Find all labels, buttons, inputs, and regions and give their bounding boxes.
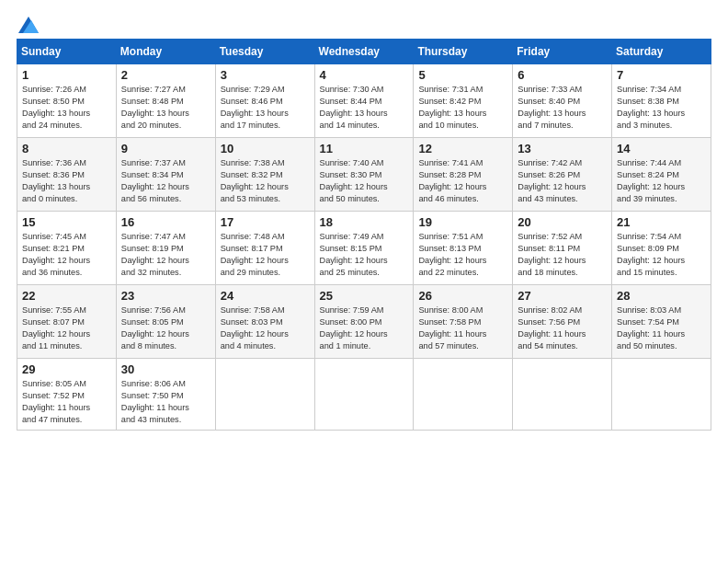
header-friday: Friday: [513, 40, 612, 64]
day-number: 26: [418, 289, 507, 303]
day-info: Sunrise: 7:55 AM Sunset: 8:07 PM Dayligh…: [22, 305, 90, 350]
day-number: 24: [221, 289, 310, 303]
header-thursday: Thursday: [414, 40, 513, 64]
day-info: Sunrise: 7:42 AM Sunset: 8:26 PM Dayligh…: [518, 158, 586, 203]
calendar-cell: 15Sunrise: 7:45 AM Sunset: 8:21 PM Dayli…: [17, 212, 117, 285]
day-info: Sunrise: 7:41 AM Sunset: 8:28 PM Dayligh…: [418, 158, 486, 203]
header-wednesday: Wednesday: [314, 40, 414, 64]
calendar-cell: 22Sunrise: 7:55 AM Sunset: 8:07 PM Dayli…: [17, 285, 117, 359]
calendar-cell: 1Sunrise: 7:26 AM Sunset: 8:50 PM Daylig…: [17, 64, 117, 138]
day-number: 8: [22, 142, 111, 155]
day-number: 6: [518, 68, 607, 82]
calendar-cell: 29Sunrise: 8:05 AM Sunset: 7:52 PM Dayli…: [17, 359, 117, 431]
day-info: Sunrise: 7:37 AM Sunset: 8:34 PM Dayligh…: [121, 158, 189, 203]
calendar-cell: 16Sunrise: 7:47 AM Sunset: 8:19 PM Dayli…: [116, 212, 215, 285]
day-number: 14: [617, 142, 706, 155]
day-number: 11: [320, 142, 409, 155]
calendar-cell: 26Sunrise: 8:00 AM Sunset: 7:58 PM Dayli…: [414, 285, 513, 359]
calendar-cell: [513, 359, 612, 431]
day-number: 21: [617, 215, 706, 229]
day-info: Sunrise: 7:33 AM Sunset: 8:40 PM Dayligh…: [518, 85, 586, 130]
calendar-cell: 27Sunrise: 8:02 AM Sunset: 7:56 PM Dayli…: [513, 285, 612, 359]
calendar-cell: 30Sunrise: 8:06 AM Sunset: 7:50 PM Dayli…: [116, 359, 215, 431]
header-sunday: Sunday: [17, 40, 117, 64]
day-info: Sunrise: 8:00 AM Sunset: 7:58 PM Dayligh…: [418, 305, 486, 350]
day-number: 12: [418, 142, 507, 155]
calendar-table: Sunday Monday Tuesday Wednesday Thursday…: [17, 39, 711, 431]
logo: [17, 17, 39, 29]
day-number: 15: [22, 215, 111, 229]
logo-icon: [18, 17, 39, 33]
day-info: Sunrise: 7:29 AM Sunset: 8:46 PM Dayligh…: [221, 85, 289, 130]
calendar-cell: 8Sunrise: 7:36 AM Sunset: 8:36 PM Daylig…: [17, 138, 117, 212]
calendar-cell: 19Sunrise: 7:51 AM Sunset: 8:13 PM Dayli…: [414, 212, 513, 285]
calendar-cell: 25Sunrise: 7:59 AM Sunset: 8:00 PM Dayli…: [314, 285, 414, 359]
calendar-cell: 5Sunrise: 7:31 AM Sunset: 8:42 PM Daylig…: [414, 64, 513, 138]
day-info: Sunrise: 7:38 AM Sunset: 8:32 PM Dayligh…: [221, 158, 289, 203]
calendar-cell: [314, 359, 414, 431]
calendar-cell: [612, 359, 711, 431]
day-number: 4: [320, 68, 409, 82]
day-number: 1: [22, 68, 111, 82]
calendar-cell: 2Sunrise: 7:27 AM Sunset: 8:48 PM Daylig…: [116, 64, 215, 138]
day-number: 2: [121, 68, 210, 82]
calendar-cell: 11Sunrise: 7:40 AM Sunset: 8:30 PM Dayli…: [314, 138, 414, 212]
day-number: 17: [221, 215, 310, 229]
day-number: 10: [221, 142, 310, 155]
day-info: Sunrise: 7:56 AM Sunset: 8:05 PM Dayligh…: [121, 305, 189, 350]
calendar-cell: 7Sunrise: 7:34 AM Sunset: 8:38 PM Daylig…: [612, 64, 711, 138]
day-info: Sunrise: 7:52 AM Sunset: 8:11 PM Dayligh…: [518, 232, 586, 277]
day-info: Sunrise: 7:26 AM Sunset: 8:50 PM Dayligh…: [22, 85, 90, 130]
day-number: 13: [518, 142, 607, 155]
day-info: Sunrise: 7:59 AM Sunset: 8:00 PM Dayligh…: [320, 305, 388, 350]
calendar-cell: 17Sunrise: 7:48 AM Sunset: 8:17 PM Dayli…: [215, 212, 314, 285]
calendar-cell: 23Sunrise: 7:56 AM Sunset: 8:05 PM Dayli…: [116, 285, 215, 359]
calendar-cell: 24Sunrise: 7:58 AM Sunset: 8:03 PM Dayli…: [215, 285, 314, 359]
day-number: 7: [617, 68, 706, 82]
calendar-cell: 12Sunrise: 7:41 AM Sunset: 8:28 PM Dayli…: [414, 138, 513, 212]
day-number: 19: [418, 215, 507, 229]
day-number: 9: [121, 142, 210, 155]
day-number: 3: [221, 68, 310, 82]
day-info: Sunrise: 7:30 AM Sunset: 8:44 PM Dayligh…: [320, 85, 388, 130]
day-number: 27: [518, 289, 607, 303]
day-info: Sunrise: 7:51 AM Sunset: 8:13 PM Dayligh…: [418, 232, 486, 277]
calendar-cell: 13Sunrise: 7:42 AM Sunset: 8:26 PM Dayli…: [513, 138, 612, 212]
calendar-header-row: Sunday Monday Tuesday Wednesday Thursday…: [17, 40, 711, 64]
day-info: Sunrise: 7:47 AM Sunset: 8:19 PM Dayligh…: [121, 232, 189, 277]
calendar-cell: 18Sunrise: 7:49 AM Sunset: 8:15 PM Dayli…: [314, 212, 414, 285]
day-info: Sunrise: 7:44 AM Sunset: 8:24 PM Dayligh…: [617, 158, 685, 203]
calendar-cell: 10Sunrise: 7:38 AM Sunset: 8:32 PM Dayli…: [215, 138, 314, 212]
header-saturday: Saturday: [612, 40, 711, 64]
day-number: 18: [320, 215, 409, 229]
day-info: Sunrise: 7:54 AM Sunset: 8:09 PM Dayligh…: [617, 232, 685, 277]
header-monday: Monday: [116, 40, 215, 64]
day-info: Sunrise: 7:36 AM Sunset: 8:36 PM Dayligh…: [22, 158, 90, 203]
day-number: 25: [320, 289, 409, 303]
day-info: Sunrise: 7:49 AM Sunset: 8:15 PM Dayligh…: [320, 232, 388, 277]
day-info: Sunrise: 7:40 AM Sunset: 8:30 PM Dayligh…: [320, 158, 388, 203]
day-number: 5: [418, 68, 507, 82]
calendar-cell: [215, 359, 314, 431]
day-info: Sunrise: 7:27 AM Sunset: 8:48 PM Dayligh…: [121, 85, 189, 130]
calendar-cell: 3Sunrise: 7:29 AM Sunset: 8:46 PM Daylig…: [215, 64, 314, 138]
calendar-cell: 21Sunrise: 7:54 AM Sunset: 8:09 PM Dayli…: [612, 212, 711, 285]
calendar-cell: 20Sunrise: 7:52 AM Sunset: 8:11 PM Dayli…: [513, 212, 612, 285]
day-number: 28: [617, 289, 706, 303]
calendar-cell: [414, 359, 513, 431]
day-info: Sunrise: 8:02 AM Sunset: 7:56 PM Dayligh…: [518, 305, 586, 350]
calendar-cell: 9Sunrise: 7:37 AM Sunset: 8:34 PM Daylig…: [116, 138, 215, 212]
calendar-cell: 14Sunrise: 7:44 AM Sunset: 8:24 PM Dayli…: [612, 138, 711, 212]
day-info: Sunrise: 8:05 AM Sunset: 7:52 PM Dayligh…: [22, 379, 90, 424]
day-info: Sunrise: 8:03 AM Sunset: 7:54 PM Dayligh…: [617, 305, 685, 350]
day-number: 23: [121, 289, 210, 303]
header-tuesday: Tuesday: [215, 40, 314, 64]
calendar-cell: 6Sunrise: 7:33 AM Sunset: 8:40 PM Daylig…: [513, 64, 612, 138]
day-info: Sunrise: 7:58 AM Sunset: 8:03 PM Dayligh…: [221, 305, 289, 350]
day-number: 22: [22, 289, 111, 303]
day-number: 30: [121, 362, 210, 376]
day-number: 16: [121, 215, 210, 229]
day-info: Sunrise: 7:34 AM Sunset: 8:38 PM Dayligh…: [617, 85, 685, 130]
day-info: Sunrise: 8:06 AM Sunset: 7:50 PM Dayligh…: [121, 379, 189, 424]
page-header: [17, 17, 711, 29]
